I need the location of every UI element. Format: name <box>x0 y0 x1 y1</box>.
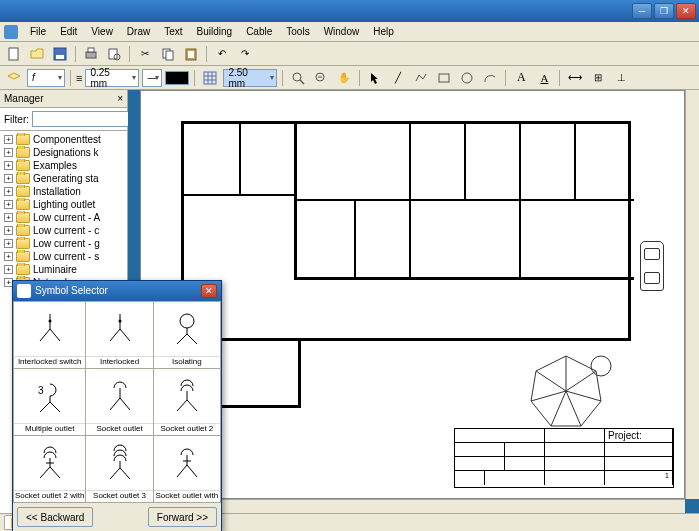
toolbar-properties: f ≡ 0.25 mm — 2.50 mm ✋ ╱ A A ⟷ ⊞ ⊥ <box>0 66 699 90</box>
expand-icon[interactable]: + <box>4 252 13 261</box>
menu-file[interactable]: File <box>24 24 52 39</box>
svg-rect-8 <box>166 51 173 60</box>
menu-text[interactable]: Text <box>158 24 188 39</box>
panel-close-icon[interactable]: × <box>117 93 123 104</box>
menu-view[interactable]: View <box>85 24 119 39</box>
toolbar-standard: ✂ ↶ ↷ <box>0 42 699 66</box>
menu-draw[interactable]: Draw <box>121 24 156 39</box>
svg-line-27 <box>551 391 566 426</box>
expand-icon[interactable]: + <box>4 200 13 209</box>
tree-item[interactable]: +Low current - A <box>2 211 125 224</box>
lineweight-combo[interactable]: 0.25 mm <box>85 69 139 87</box>
print-preview-button[interactable] <box>104 44 124 64</box>
menu-tools[interactable]: Tools <box>280 24 315 39</box>
svg-point-35 <box>180 314 194 328</box>
zoom-in-button[interactable] <box>288 68 308 88</box>
tree-label: Low current - g <box>33 238 100 249</box>
menu-window[interactable]: Window <box>318 24 366 39</box>
expand-icon[interactable]: + <box>4 213 13 222</box>
open-button[interactable] <box>27 44 47 64</box>
font-combo[interactable]: f <box>27 69 65 87</box>
lineweight-icon: ≡ <box>76 72 82 84</box>
tree-item[interactable]: +Low current - c <box>2 224 125 237</box>
tree-item[interactable]: +Componenttest <box>2 133 125 146</box>
symbol-cell[interactable]: Interlocked <box>86 302 152 368</box>
expand-icon[interactable]: + <box>4 174 13 183</box>
redo-button[interactable]: ↷ <box>235 44 255 64</box>
dimension-button[interactable]: ⟷ <box>565 68 585 88</box>
vertical-scrollbar[interactable] <box>685 90 699 499</box>
layer-button[interactable] <box>4 68 24 88</box>
title-block: Project: demo1 1 <box>454 428 674 488</box>
symbol-selector-dialog[interactable]: Symbol Selector ✕ Interlocked switch Int… <box>12 280 222 531</box>
line-button[interactable]: ╱ <box>388 68 408 88</box>
print-button[interactable] <box>81 44 101 64</box>
expand-icon[interactable]: + <box>4 148 13 157</box>
menu-help[interactable]: Help <box>367 24 400 39</box>
expand-icon[interactable]: + <box>4 135 13 144</box>
text-style-button[interactable]: A <box>534 68 554 88</box>
pointer-button[interactable] <box>365 68 385 88</box>
expand-icon[interactable]: + <box>4 239 13 248</box>
folder-icon <box>16 251 30 262</box>
symbol-cell[interactable]: Socket outlet 2 <box>154 369 220 435</box>
menu-edit[interactable]: Edit <box>54 24 83 39</box>
symbol-cell[interactable]: Isolating <box>154 302 220 368</box>
circle-button[interactable] <box>457 68 477 88</box>
dialog-close-button[interactable]: ✕ <box>201 284 217 298</box>
tree-item[interactable]: +Generating sta <box>2 172 125 185</box>
menu-cable[interactable]: Cable <box>240 24 278 39</box>
tree-item[interactable]: +Luminaire <box>2 263 125 276</box>
rect-button[interactable] <box>434 68 454 88</box>
umbrella-symbol <box>521 346 611 436</box>
backward-button[interactable]: << Backward <box>17 507 93 527</box>
symbol-cell[interactable]: Interlocked switch <box>14 302 85 368</box>
close-button[interactable]: ✕ <box>676 3 696 19</box>
undo-button[interactable]: ↶ <box>212 44 232 64</box>
text-button[interactable]: A <box>511 68 531 88</box>
symbol-label: Interlocked switch <box>14 356 85 368</box>
arc-button[interactable] <box>480 68 500 88</box>
cut-button[interactable]: ✂ <box>135 44 155 64</box>
symbol-cell[interactable]: Socket outlet with <box>154 436 220 502</box>
forward-button[interactable]: Forward >> <box>148 507 217 527</box>
folder-icon <box>16 212 30 223</box>
pan-button[interactable]: ✋ <box>334 68 354 88</box>
symbol-label: Interlocked <box>86 356 152 368</box>
symbol-label: Multiple outlet <box>14 423 85 435</box>
tree-item[interactable]: +Installation <box>2 185 125 198</box>
dimstyle-combo[interactable]: 2.50 mm <box>223 69 277 87</box>
symbol-selector-titlebar[interactable]: Symbol Selector ✕ <box>13 281 221 301</box>
tree-item[interactable]: +Low current - g <box>2 237 125 250</box>
copy-button[interactable] <box>158 44 178 64</box>
linetype-combo[interactable]: — <box>142 69 162 87</box>
grid-button[interactable] <box>200 68 220 88</box>
ortho-button[interactable]: ⊥ <box>611 68 631 88</box>
svg-rect-11 <box>204 72 216 84</box>
symbol-cell[interactable]: Socket outlet 2 with <box>14 436 85 502</box>
tree-item[interactable]: +Examples <box>2 159 125 172</box>
manager-header: Manager × <box>0 90 127 108</box>
color-swatch[interactable] <box>165 71 189 85</box>
symbol-cell[interactable]: Socket outlet 3 <box>86 436 152 502</box>
expand-icon[interactable]: + <box>4 187 13 196</box>
project-label: Project: <box>608 430 642 441</box>
zoom-extents-button[interactable] <box>311 68 331 88</box>
expand-icon[interactable]: + <box>4 161 13 170</box>
save-button[interactable] <box>50 44 70 64</box>
expand-icon[interactable]: + <box>4 265 13 274</box>
expand-icon[interactable]: + <box>4 226 13 235</box>
new-button[interactable] <box>4 44 24 64</box>
symbol-cell[interactable]: Socket outlet <box>86 369 152 435</box>
minimize-button[interactable]: ─ <box>632 3 652 19</box>
maximize-button[interactable]: ❐ <box>654 3 674 19</box>
tree-item[interactable]: +Designations k <box>2 146 125 159</box>
polyline-button[interactable] <box>411 68 431 88</box>
svg-rect-0 <box>9 48 18 60</box>
paste-button[interactable] <box>181 44 201 64</box>
snap-button[interactable]: ⊞ <box>588 68 608 88</box>
menu-building[interactable]: Building <box>191 24 239 39</box>
tree-item[interactable]: +Low current - s <box>2 250 125 263</box>
tree-item[interactable]: +Lighting outlet <box>2 198 125 211</box>
symbol-cell[interactable]: 3Multiple outlet <box>14 369 85 435</box>
